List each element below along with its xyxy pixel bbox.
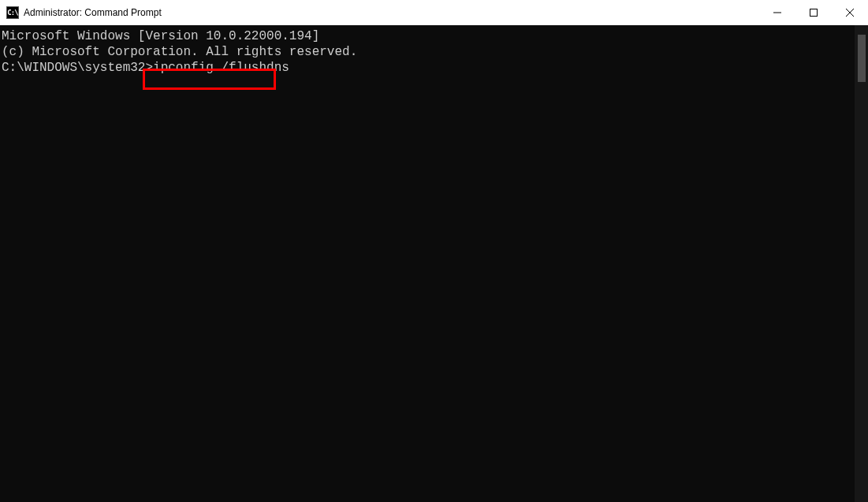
prompt-text: C:\WINDOWS\system32> xyxy=(2,61,153,75)
prompt-line: C:\WINDOWS\system32>ipconfig /flushdns xyxy=(2,60,866,76)
titlebar-left: C:\ Administrator: Command Prompt xyxy=(6,6,162,19)
command-text: ipconfig /flushdns xyxy=(153,61,289,75)
scrollbar-thumb[interactable] xyxy=(858,35,866,82)
minimize-icon xyxy=(773,9,781,17)
close-button[interactable] xyxy=(832,0,868,25)
command-prompt-window: C:\ Administrator: Command Prompt xyxy=(0,0,868,502)
window-title: Administrator: Command Prompt xyxy=(24,7,162,18)
scrollbar[interactable] xyxy=(855,25,868,502)
window-controls xyxy=(759,0,868,25)
close-icon xyxy=(846,9,854,17)
svg-rect-1 xyxy=(810,9,818,17)
maximize-icon xyxy=(810,9,818,17)
version-line: Microsoft Windows [Version 10.0.22000.19… xyxy=(2,28,866,44)
maximize-button[interactable] xyxy=(795,0,832,25)
titlebar[interactable]: C:\ Administrator: Command Prompt xyxy=(0,0,868,25)
cmd-icon: C:\ xyxy=(6,6,19,19)
terminal-area[interactable]: Microsoft Windows [Version 10.0.22000.19… xyxy=(0,25,868,502)
terminal-content: Microsoft Windows [Version 10.0.22000.19… xyxy=(0,25,868,79)
copyright-line: (c) Microsoft Corporation. All rights re… xyxy=(2,44,866,60)
minimize-button[interactable] xyxy=(759,0,795,25)
cmd-icon-text: C:\ xyxy=(7,9,17,17)
